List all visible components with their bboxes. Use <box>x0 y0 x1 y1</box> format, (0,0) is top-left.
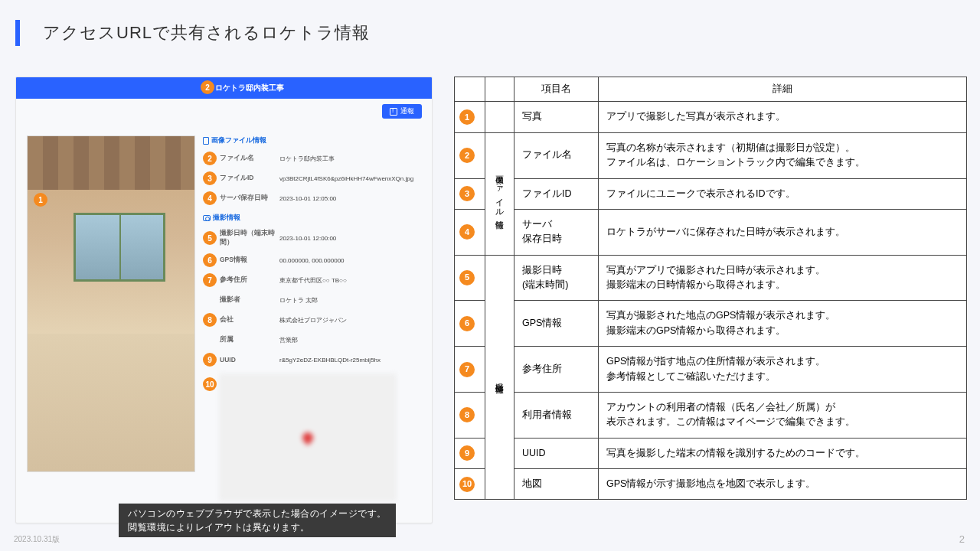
table-row: 2 画像ファイル情報 ファイル名 写真の名称が表示されます（初期値は撮影日が設定… <box>455 132 967 178</box>
preview-card: ロケトラ邸内装工事 通報 2 1 画像ファイル情報 <box>15 77 433 523</box>
preview-body: 画像ファイル情報 2ファイル名ロケトラ邸内装工事 3ファイルIDvp3Bt2CR… <box>16 125 432 523</box>
table-row: 5 撮影情報 撮影日時(端末時間) 写真がアプリで撮影された日時が表示されます。… <box>455 255 967 301</box>
table-row: 7 参考住所 GPS情報が指す地点の住所情報が表示されます。参考情報としてご確認… <box>455 347 967 393</box>
header-item: 項目名 <box>514 77 599 102</box>
callout-badge-9: 9 <box>203 353 217 367</box>
table-header-row: 項目名 詳細 <box>455 77 967 102</box>
footer-page-num: 2 <box>959 533 965 545</box>
metadata-column: 画像ファイル情報 2ファイル名ロケトラ邸内装工事 3ファイルIDvp3Bt2CR… <box>203 135 421 512</box>
callout-badge-3: 3 <box>203 171 217 185</box>
header-detail: 詳細 <box>599 77 967 102</box>
callout-badge-10: 10 <box>203 377 217 391</box>
description-table: 項目名 詳細 1 写真 アプリで撮影した写真が表示されます。 2 画像ファイル情… <box>454 77 967 500</box>
file-icon <box>203 137 209 145</box>
row-badge: 1 <box>459 109 475 125</box>
callout-badge-8: 8 <box>203 313 217 327</box>
table-row: 9 UUID 写真を撮影した端末の情報を識別するためのコードです。 <box>455 438 967 468</box>
description-table-column: 項目名 詳細 1 写真 アプリで撮影した写真が表示されます。 2 画像ファイル情… <box>454 77 967 523</box>
callout-badge-7: 7 <box>203 273 217 287</box>
content-row: ロケトラ邸内装工事 通報 2 1 画像ファイル情報 <box>15 77 967 523</box>
caption-bar: パソコンのウェブブラウザで表示した場合のイメージです。閲覧環境によりレイアウトは… <box>119 504 396 537</box>
callout-badge-2-header: 2 <box>201 80 214 94</box>
photo-floor-detail <box>28 334 194 471</box>
photo-window-detail <box>74 213 165 282</box>
slide-title: アクセスURLで共有されるロケトラ情報 <box>43 21 370 44</box>
alert-icon <box>390 108 397 116</box>
footer-version: 2023.10.31版 <box>14 534 60 545</box>
callout-badge-4: 4 <box>203 191 217 205</box>
callout-badge-5: 5 <box>203 231 217 245</box>
photo-preview <box>27 135 195 472</box>
table-row: 3 ファイルID ファイルにユニークで表示されるIDです。 <box>455 178 967 209</box>
cat-shoot-info: 撮影情報 <box>485 255 514 500</box>
slide-page: アクセスURLで共有されるロケトラ情報 ロケトラ邸内装工事 通報 2 1 <box>0 0 980 551</box>
notify-button[interactable]: 通報 <box>382 104 422 119</box>
table-row: 10 地図 GPS情報が示す撮影地点を地図で表示します。 <box>455 469 967 500</box>
shoot-info-section-title: 撮影情報 <box>203 213 421 223</box>
title-accent-bar <box>15 20 20 46</box>
image-info-section-title: 画像ファイル情報 <box>203 135 421 145</box>
callout-badge-6: 6 <box>203 253 217 267</box>
table-row: 4 サーバ保存日時 ロケトラがサーバに保存された日時が表示されます。 <box>455 209 967 255</box>
notify-label: 通報 <box>400 106 414 116</box>
table-row: 1 写真 アプリで撮影した写真が表示されます。 <box>455 102 967 132</box>
table-row: 8 利用者情報 アカウントの利用者の情報（氏名／会社／所属）が表示されます。この… <box>455 392 967 438</box>
preview-header: ロケトラ邸内装工事 <box>16 77 432 99</box>
callout-badge-2: 2 <box>203 152 217 165</box>
preview-column: ロケトラ邸内装工事 通報 2 1 画像ファイル情報 <box>15 77 433 523</box>
callout-badge-1: 1 <box>34 193 47 207</box>
table-row: 6 GPS情報 写真が撮影された地点のGPS情報が表示されます。撮影端末のGPS… <box>455 301 967 347</box>
title-bar: アクセスURLで共有されるロケトラ情報 <box>43 21 980 44</box>
camera-icon <box>203 215 211 221</box>
map-preview <box>220 374 396 500</box>
cat-image-info: 画像ファイル情報 <box>485 132 514 255</box>
preview-header-title: ロケトラ邸内装工事 <box>215 83 284 93</box>
